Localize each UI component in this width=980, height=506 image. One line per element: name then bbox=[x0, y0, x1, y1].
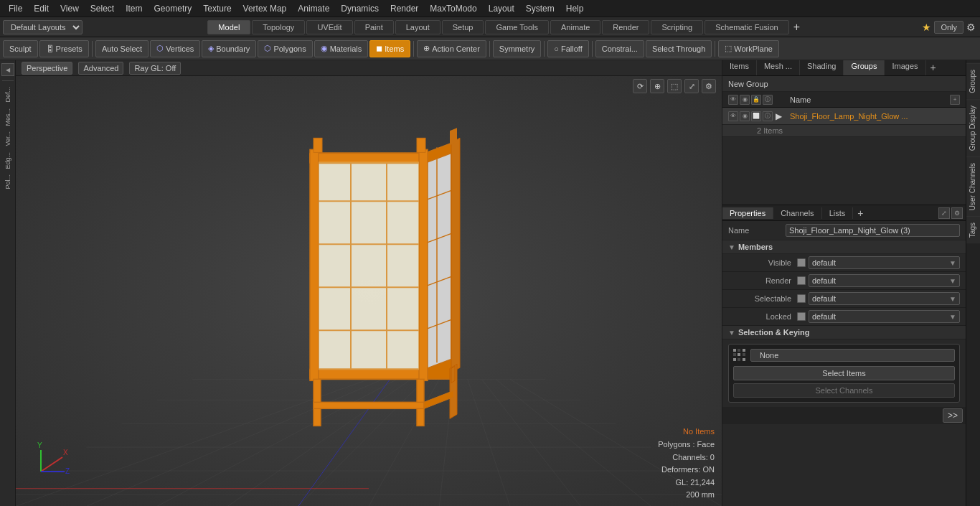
raygl-toggle[interactable]: Ray GL: Off bbox=[129, 62, 181, 75]
vp-zoom-icon[interactable]: ⊕ bbox=[650, 79, 664, 93]
tab-shading[interactable]: Shading bbox=[800, 60, 844, 75]
lock-icon[interactable]: 🔒 bbox=[751, 95, 761, 105]
viewport-canvas[interactable]: No Items Polygons : Face Channels: 0 Def… bbox=[16, 76, 722, 506]
sidebar-toggle[interactable]: ◀ bbox=[1, 63, 14, 76]
menu-texture[interactable]: Texture bbox=[197, 2, 237, 15]
group-lock-icon[interactable]: ⬜ bbox=[751, 111, 761, 121]
boundary-button[interactable]: ◈ Boundary bbox=[202, 40, 256, 57]
tab-items[interactable]: Items bbox=[722, 60, 757, 75]
props-settings-icon[interactable]: ⚙ bbox=[951, 207, 963, 219]
select-through-button[interactable]: Select Through bbox=[646, 40, 712, 57]
tab-scripting[interactable]: Scripting bbox=[651, 20, 703, 34]
materials-button[interactable]: ◉ Materials bbox=[314, 40, 369, 57]
falloff-button[interactable]: ○ Falloff bbox=[547, 40, 588, 57]
workplane-button[interactable]: ⬚ WorkPlane bbox=[718, 40, 779, 57]
tab-uvedit[interactable]: UVEdit bbox=[306, 20, 352, 34]
layout-selector[interactable]: Default Layouts bbox=[3, 20, 83, 34]
action-center-button[interactable]: ⊕ Action Center bbox=[417, 40, 486, 57]
tab-lists[interactable]: Lists bbox=[822, 207, 854, 219]
far-tab-groupdisplay[interactable]: Group Display bbox=[966, 99, 980, 156]
menu-edit[interactable]: Edit bbox=[28, 2, 55, 15]
locked-dropdown[interactable]: default ▼ bbox=[809, 310, 960, 323]
symmetry-button[interactable]: Symmetry bbox=[493, 40, 542, 57]
tab-groups[interactable]: Groups bbox=[844, 60, 885, 75]
menu-system[interactable]: System bbox=[520, 2, 560, 15]
tab-images[interactable]: Images bbox=[885, 60, 925, 75]
tab-render[interactable]: Render bbox=[602, 20, 649, 34]
name-field-input[interactable] bbox=[786, 224, 960, 237]
selectable-label: Selectable bbox=[734, 294, 791, 303]
group-render-icon[interactable]: ◉ bbox=[740, 111, 750, 121]
new-group-button[interactable]: New Group bbox=[722, 76, 966, 92]
panel-expand-button[interactable]: >> bbox=[943, 408, 963, 423]
none-button[interactable]: None bbox=[750, 349, 955, 362]
menu-view[interactable]: View bbox=[55, 2, 85, 15]
tab-paint[interactable]: Paint bbox=[354, 20, 394, 34]
tab-schematicfusion[interactable]: Schematic Fusion bbox=[705, 20, 788, 34]
advanced-selector[interactable]: Advanced bbox=[78, 62, 123, 75]
tab-properties[interactable]: Properties bbox=[722, 207, 773, 219]
menu-animate[interactable]: Animate bbox=[292, 2, 335, 15]
viewport-container[interactable]: Perspective Advanced Ray GL: Off bbox=[16, 60, 722, 506]
group-item[interactable]: 👁 ◉ ⬜ ⓘ ▶ Shoji_Floor_Lamp_Night_Glow ..… bbox=[722, 108, 966, 125]
far-tab-groups[interactable]: Groups bbox=[966, 63, 980, 99]
render-icon[interactable]: ◉ bbox=[740, 95, 750, 105]
render-dropdown[interactable]: default ▼ bbox=[809, 274, 960, 287]
tab-animate[interactable]: Animate bbox=[550, 20, 600, 34]
menu-layout[interactable]: Layout bbox=[483, 2, 520, 15]
only-button[interactable]: Only bbox=[934, 21, 963, 34]
layout-tabs: Model Topology UVEdit Paint Layout Setup… bbox=[85, 17, 922, 37]
selectable-dropdown[interactable]: default ▼ bbox=[809, 292, 960, 305]
members-section-title: Members bbox=[738, 243, 773, 251]
auto-select-button[interactable]: Auto Select bbox=[95, 40, 149, 57]
sel-keying-section-header[interactable]: ▼ Selection & Keying bbox=[722, 326, 966, 339]
menu-dynamics[interactable]: Dynamics bbox=[335, 2, 385, 15]
tab-mesh[interactable]: Mesh ... bbox=[757, 60, 800, 75]
star-button[interactable]: ★ bbox=[922, 22, 931, 33]
polygons-button[interactable]: ⬡ Polygons bbox=[258, 40, 312, 57]
perspective-selector[interactable]: Perspective bbox=[22, 62, 72, 75]
menu-geometry[interactable]: Geometry bbox=[149, 2, 198, 15]
far-tab-tags[interactable]: Tags bbox=[966, 216, 980, 243]
tab-topology[interactable]: Topology bbox=[252, 20, 305, 34]
menu-maxtomodo[interactable]: MaxToModo bbox=[424, 2, 482, 15]
add-layout-tab-button[interactable]: + bbox=[793, 21, 800, 34]
tab-model[interactable]: Model bbox=[207, 20, 250, 34]
tab-gametools[interactable]: Game Tools bbox=[485, 20, 549, 34]
locked-label: Locked bbox=[734, 312, 791, 321]
group-info-icon[interactable]: ⓘ bbox=[763, 111, 773, 121]
menu-item[interactable]: Item bbox=[120, 2, 148, 15]
info-icon[interactable]: ⓘ bbox=[763, 95, 773, 105]
add-props-tab-button[interactable]: + bbox=[853, 206, 867, 220]
vp-fit-icon[interactable]: ⬚ bbox=[667, 79, 682, 93]
vp-maximize-icon[interactable]: ⤢ bbox=[684, 79, 699, 93]
add-panel-tab-button[interactable]: + bbox=[926, 60, 941, 75]
menu-select[interactable]: Select bbox=[85, 2, 120, 15]
vp-orientation-icon[interactable]: ⟳ bbox=[633, 79, 647, 93]
select-items-button[interactable]: Select Items bbox=[733, 366, 955, 380]
select-channels-button[interactable]: Select Channels bbox=[733, 383, 955, 398]
properties-panel: Properties Channels Lists + ⤢ ⚙ Name ▼ M… bbox=[722, 205, 966, 506]
visible-dropdown[interactable]: default ▼ bbox=[809, 256, 960, 269]
vp-settings-icon[interactable]: ⚙ bbox=[702, 79, 716, 93]
eye-icon[interactable]: 👁 bbox=[728, 95, 738, 105]
plus-group-icon[interactable]: + bbox=[950, 95, 960, 105]
settings-icon[interactable]: ⚙ bbox=[966, 22, 976, 33]
tab-setup[interactable]: Setup bbox=[442, 20, 484, 34]
items-button[interactable]: ◼ Items bbox=[369, 40, 410, 57]
group-eye-icon[interactable]: 👁 bbox=[728, 111, 738, 121]
sculpt-button[interactable]: Sculpt bbox=[3, 40, 38, 57]
menu-render[interactable]: Render bbox=[385, 2, 424, 15]
members-section-header[interactable]: ▼ Members bbox=[722, 240, 966, 254]
tab-channels[interactable]: Channels bbox=[773, 207, 821, 219]
menu-vertexmap[interactable]: Vertex Map bbox=[237, 2, 293, 15]
props-expand-icon[interactable]: ⤢ bbox=[938, 207, 950, 219]
vertices-button[interactable]: ⬡ Vertices bbox=[150, 40, 200, 57]
menu-file[interactable]: File bbox=[3, 2, 28, 15]
presets-button[interactable]: 🎛 Presets bbox=[39, 40, 89, 57]
constraints-button[interactable]: Constrai... bbox=[595, 40, 644, 57]
left-side-label-vertex: Ver... bbox=[3, 128, 13, 149]
far-tab-userchannels[interactable]: User Channels bbox=[966, 156, 980, 216]
menu-help[interactable]: Help bbox=[560, 2, 590, 15]
tab-layout[interactable]: Layout bbox=[395, 20, 440, 34]
